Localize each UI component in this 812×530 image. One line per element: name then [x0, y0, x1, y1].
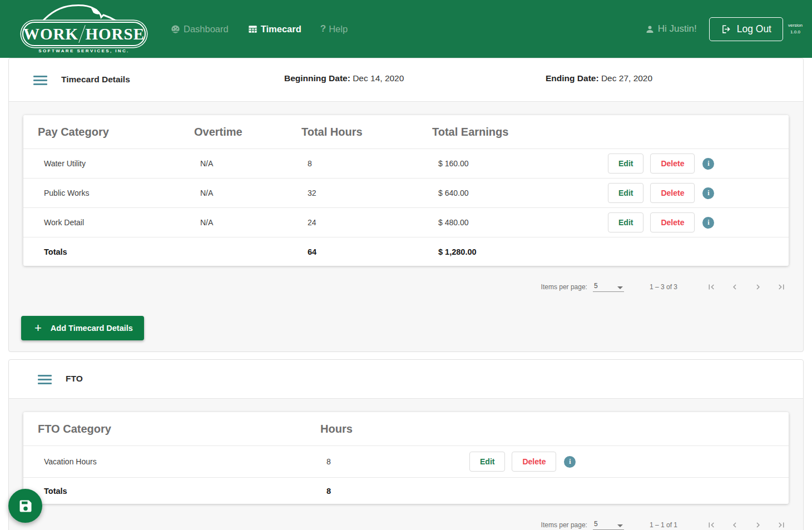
nav-help[interactable]: ? Help — [320, 23, 348, 34]
table-row: Work Detail N/A 24 $ 480.00 Edit Delete … — [23, 207, 789, 237]
previous-page-icon[interactable] — [730, 520, 740, 530]
last-page-icon[interactable] — [776, 520, 786, 530]
cell-total-hours: 24 — [301, 218, 432, 227]
version-info: version 1.0.0 — [783, 22, 808, 36]
timecard-menu-icon[interactable] — [33, 76, 47, 87]
info-icon[interactable]: i — [702, 217, 714, 229]
info-icon[interactable]: i — [564, 456, 576, 468]
timecard-section-title: Timecard Details — [61, 75, 130, 85]
cell-total-hours: 8 — [301, 159, 432, 168]
cell-total-earnings: $ 480.00 — [432, 218, 602, 227]
col-pay-category: Pay Category — [38, 126, 194, 138]
logo-word1: WORK — [23, 25, 78, 43]
top-navigation-bar: WORK HORSE SOFTWARE SERVICES, INC. Dashb… — [0, 0, 812, 58]
totals-row: Totals 64 $ 1,280.00 — [23, 237, 789, 266]
cell-total-earnings: $ 640.00 — [432, 189, 602, 197]
fto-table-header: FTO Category Hours — [23, 412, 789, 445]
first-page-icon[interactable] — [706, 282, 716, 292]
totals-row: Totals 8 — [23, 477, 789, 504]
cell-overtime: N/A — [194, 159, 301, 168]
logout-label: Log Out — [737, 23, 771, 35]
save-button[interactable] — [8, 489, 42, 523]
main-nav: Dashboard Timecard ? Help — [170, 23, 348, 34]
edit-button[interactable]: Edit — [608, 212, 643, 232]
info-icon[interactable]: i — [702, 158, 714, 170]
edit-button[interactable]: Edit — [469, 452, 505, 472]
table-row: Vacation Hours 8 Edit Delete i — [23, 445, 789, 477]
col-total-earnings: Total Earnings — [432, 126, 602, 138]
beginning-date-value: Dec 14, 2020 — [353, 73, 404, 83]
fto-menu-icon[interactable] — [38, 375, 52, 387]
nav-timecard[interactable]: Timecard — [247, 24, 301, 34]
logo-divider — [78, 25, 85, 43]
next-page-icon[interactable] — [753, 520, 763, 530]
items-per-page-select[interactable]: 5 — [593, 282, 624, 292]
edit-button[interactable]: Edit — [608, 153, 643, 174]
fto-panel: FTO FTO Category Hours Vacation Hours 8 … — [8, 359, 804, 530]
totals-label: Totals — [38, 487, 320, 496]
logout-icon — [721, 24, 731, 34]
cell-hours: 8 — [320, 457, 463, 466]
totals-earnings: $ 1,280.00 — [432, 247, 602, 256]
items-per-page-select[interactable]: 5 — [593, 520, 624, 530]
timecard-section-header: Timecard Details Beginning Date: Dec 14,… — [9, 58, 803, 102]
version-label: version — [783, 22, 808, 29]
timecard-paginator: Items per page: 5 1 – 3 of 3 — [9, 275, 786, 299]
cell-pay-category: Work Detail — [38, 218, 194, 227]
version-value: 1.0.0 — [783, 29, 808, 36]
delete-button[interactable]: Delete — [650, 212, 695, 232]
delete-button[interactable]: Delete — [650, 183, 695, 203]
first-page-icon[interactable] — [706, 520, 716, 530]
person-icon — [645, 24, 655, 34]
last-page-icon[interactable] — [776, 282, 786, 292]
page-range: 1 – 3 of 3 — [650, 283, 677, 291]
ending-date: Ending Date: Dec 27, 2020 — [546, 73, 652, 83]
fto-paginator: Items per page: 5 1 – 1 of 1 — [9, 513, 786, 530]
totals-label: Totals — [38, 247, 194, 256]
fto-section-title: FTO — [66, 374, 83, 384]
logout-button[interactable]: Log Out — [709, 17, 783, 41]
page-nav-buttons — [706, 282, 786, 292]
logo-subtitle: SOFTWARE SERVICES, INC. — [22, 48, 146, 53]
cell-total-earnings: $ 160.00 — [432, 159, 602, 168]
dashboard-gauge-icon — [170, 24, 181, 34]
timecard-table-header: Pay Category Overtime Total Hours Total … — [23, 115, 789, 148]
add-timecard-details-label: Add Timecard Details — [51, 324, 133, 333]
col-total-hours: Total Hours — [301, 126, 432, 138]
save-floppy-icon — [18, 498, 33, 514]
items-per-page-value: 5 — [594, 520, 598, 528]
plus-icon: + — [34, 322, 42, 334]
col-fto-category: FTO Category — [38, 423, 320, 435]
totals-hours: 8 — [320, 487, 463, 496]
nav-timecard-label: Timecard — [261, 24, 301, 34]
cell-pay-category: Water Utility — [38, 159, 194, 168]
edit-button[interactable]: Edit — [608, 183, 643, 203]
ending-date-label: Ending Date: — [546, 73, 599, 83]
page-nav-buttons — [706, 520, 786, 530]
cell-overtime: N/A — [194, 218, 301, 227]
fto-section-header: FTO — [9, 360, 803, 399]
add-timecard-details-button[interactable]: + Add Timecard Details — [21, 316, 144, 340]
previous-page-icon[interactable] — [730, 282, 740, 292]
info-icon[interactable]: i — [702, 187, 714, 199]
fto-table: FTO Category Hours Vacation Hours 8 Edit… — [23, 412, 789, 504]
chevron-down-icon — [617, 524, 623, 527]
nav-dashboard[interactable]: Dashboard — [170, 24, 229, 34]
nav-dashboard-label: Dashboard — [184, 24, 229, 34]
next-page-icon[interactable] — [753, 282, 763, 292]
topbar-right: Hi Justin! Log Out version 1.0.0 — [645, 17, 812, 41]
user-greeting: Hi Justin! — [645, 23, 697, 34]
horse-head-icon — [38, 4, 130, 23]
cell-pay-category: Public Works — [38, 189, 194, 197]
table-row: Water Utility N/A 8 $ 160.00 Edit Delete… — [23, 148, 789, 178]
nav-help-label: Help — [329, 24, 348, 34]
timecard-details-panel: Timecard Details Beginning Date: Dec 14,… — [8, 58, 804, 352]
col-hours: Hours — [320, 423, 463, 435]
items-per-page-value: 5 — [594, 282, 598, 290]
timecard-table: Pay Category Overtime Total Hours Total … — [23, 115, 789, 266]
delete-button[interactable]: Delete — [512, 452, 556, 472]
page-range: 1 – 1 of 1 — [650, 521, 677, 529]
items-per-page-label: Items per page: — [541, 283, 587, 291]
cell-overtime: N/A — [194, 189, 301, 197]
delete-button[interactable]: Delete — [650, 153, 695, 174]
